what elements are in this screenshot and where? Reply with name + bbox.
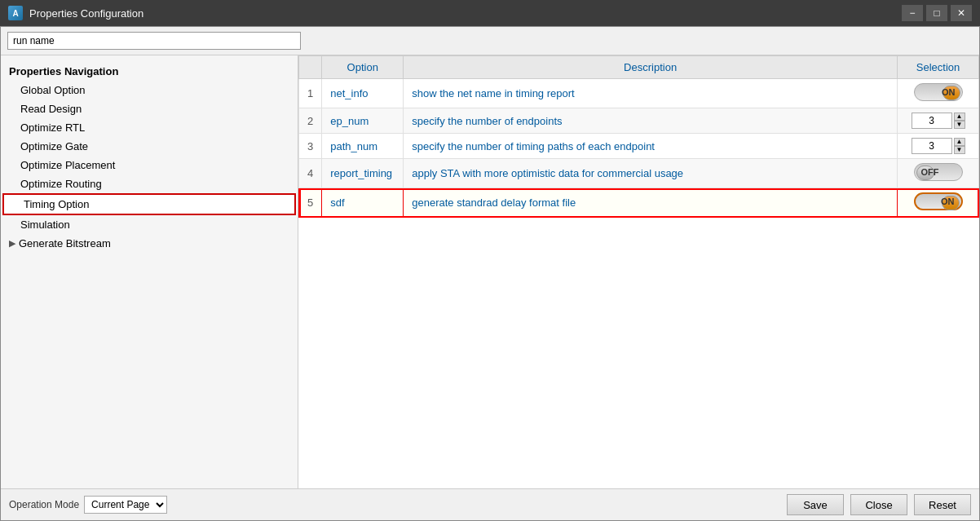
col-num [299, 56, 322, 79]
content-area: Properties Navigation Global Option Read… [1, 55, 979, 488]
options-table: Option Description Selection 1 net_info … [298, 55, 979, 218]
table-row: 4 report_timing apply STA with more opti… [299, 159, 979, 188]
sidebar-item-global-option[interactable]: Global Option [1, 81, 298, 99]
row-option: report_timing [322, 159, 404, 188]
window-title: Properties Configuration [29, 7, 902, 20]
col-description: Description [404, 56, 898, 79]
operation-mode-area: Operation Mode Current Page All Pages [9, 496, 167, 514]
table-row: 1 net_info show the net name in timing r… [299, 79, 979, 108]
close-button[interactable]: ✕ [951, 5, 972, 21]
sidebar-item-optimize-rtl[interactable]: Optimize RTL [1, 118, 298, 137]
nav-item-label: Optimize RTL [20, 121, 85, 134]
toggle-label: OFF [921, 167, 939, 177]
reset-button[interactable]: Reset [914, 494, 971, 515]
title-bar: A Properties Configuration − □ ✕ [0, 0, 980, 26]
row-num: 3 [299, 134, 322, 159]
table-row: 3 path_num specify the number of timing … [299, 134, 979, 159]
sidebar-item-read-design[interactable]: Read Design [1, 99, 298, 118]
spinner-buttons: ▲ ▼ [954, 138, 965, 154]
spinner-down-button[interactable]: ▼ [954, 146, 965, 154]
row-selection: ▲ ▼ [898, 108, 979, 134]
row-description: generate standrad delay format file [404, 188, 898, 218]
footer: Operation Mode Current Page All Pages Sa… [1, 488, 979, 520]
minimize-button[interactable]: − [902, 5, 923, 21]
spinner-up-button[interactable]: ▲ [954, 113, 965, 121]
nav-section-title: Properties Navigation [1, 62, 298, 81]
maximize-button[interactable]: □ [926, 5, 947, 21]
spinner-buttons: ▲ ▼ [954, 113, 965, 129]
close-button[interactable]: Close [850, 494, 907, 515]
search-bar [1, 27, 979, 55]
main-window: Properties Navigation Global Option Read… [0, 26, 980, 521]
toggle-on-button[interactable]: ON [914, 83, 963, 101]
row-description: apply STA with more optimistic data for … [404, 159, 898, 188]
row-description: specify the number of timing paths of ea… [404, 134, 898, 159]
row-num: 4 [299, 159, 322, 188]
sidebar-item-simulation[interactable]: Simulation [1, 215, 298, 234]
operation-mode-select[interactable]: Current Page All Pages [84, 496, 167, 514]
toggle-on-button[interactable]: ON [914, 192, 963, 210]
nav-item-label: Optimize Routing [20, 178, 102, 190]
row-selection: OFF [898, 159, 979, 188]
toggle-label: ON [942, 87, 956, 97]
app-icon: A [8, 6, 23, 20]
row-selection: ON [898, 188, 979, 218]
nav-item-label: Optimize Placement [20, 159, 115, 171]
search-input[interactable] [7, 32, 301, 50]
toggle-label: ON [941, 196, 955, 206]
operation-mode-label: Operation Mode [9, 499, 79, 510]
row-num: 1 [299, 79, 322, 108]
spinner-input[interactable] [912, 138, 952, 154]
spinner-up-button[interactable]: ▲ [954, 138, 965, 146]
row-description: show the net name in timing report [404, 79, 898, 108]
row-description: specify the number of endpoints [404, 108, 898, 134]
save-button[interactable]: Save [787, 494, 844, 515]
sidebar-item-optimize-placement[interactable]: Optimize Placement [1, 156, 298, 174]
row-num: 5 [299, 188, 322, 218]
row-num: 2 [299, 108, 322, 134]
row-option: net_info [322, 79, 404, 108]
toggle-off-button[interactable]: OFF [914, 163, 963, 181]
sidebar-item-generate-bitstream[interactable]: ▶ Generate Bitstream [1, 234, 298, 253]
nav-item-label: Simulation [20, 219, 70, 231]
col-selection: Selection [898, 56, 979, 79]
row-selection: ON [898, 79, 979, 108]
window-controls: − □ ✕ [902, 5, 972, 21]
table-panel: Option Description Selection 1 net_info … [298, 55, 979, 488]
row-option: ep_num [322, 108, 404, 134]
spinner-control: ▲ ▼ [906, 113, 970, 129]
spinner-input[interactable] [912, 113, 952, 129]
spinner-down-button[interactable]: ▼ [954, 121, 965, 129]
row-selection: ▲ ▼ [898, 134, 979, 159]
nav-panel: Properties Navigation Global Option Read… [1, 55, 298, 488]
nav-item-label: Global Option [20, 84, 86, 96]
sidebar-item-optimize-gate[interactable]: Optimize Gate [1, 137, 298, 156]
nav-item-label: Read Design [20, 103, 82, 115]
row-option: path_num [322, 134, 404, 159]
nav-item-label: Generate Bitstream [19, 237, 111, 249]
nav-item-label: Timing Option [24, 198, 89, 210]
sidebar-item-timing-option[interactable]: Timing Option [2, 193, 296, 215]
table-row: 2 ep_num specify the number of endpoints… [299, 108, 979, 134]
col-option: Option [322, 56, 404, 79]
table-row-highlighted: 5 sdf generate standrad delay format fil… [299, 188, 979, 218]
sidebar-item-optimize-routing[interactable]: Optimize Routing [1, 174, 298, 193]
spinner-control: ▲ ▼ [906, 138, 970, 154]
row-option: sdf [322, 188, 404, 218]
chevron-right-icon: ▶ [9, 238, 15, 249]
nav-item-label: Optimize Gate [20, 140, 88, 152]
